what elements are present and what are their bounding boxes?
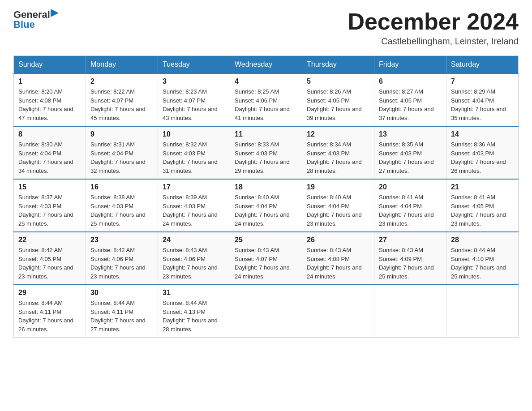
day-number: 24 — [163, 236, 225, 244]
day-number: 27 — [379, 236, 442, 244]
day-info: Sunrise: 8:39 AMSunset: 4:03 PMDaylight:… — [163, 194, 218, 227]
calendar-day-cell: 21 Sunrise: 8:41 AMSunset: 4:05 PMDaylig… — [446, 179, 519, 232]
day-info: Sunrise: 8:29 AMSunset: 4:04 PMDaylight:… — [451, 88, 506, 121]
day-info: Sunrise: 8:42 AMSunset: 4:06 PMDaylight:… — [90, 247, 146, 280]
day-number: 21 — [451, 183, 514, 191]
calendar-day-cell: 6 Sunrise: 8:27 AMSunset: 4:05 PMDayligh… — [374, 73, 446, 126]
day-number: 12 — [307, 130, 369, 138]
day-number: 31 — [163, 289, 225, 297]
col-tuesday: Tuesday — [158, 56, 230, 74]
day-number: 9 — [90, 130, 153, 138]
calendar-day-cell: 22 Sunrise: 8:42 AMSunset: 4:05 PMDaylig… — [14, 232, 86, 285]
logo-arrow-icon — [51, 8, 60, 18]
day-info: Sunrise: 8:36 AMSunset: 4:03 PMDaylight:… — [451, 141, 506, 174]
calendar-day-cell: 9 Sunrise: 8:31 AMSunset: 4:04 PMDayligh… — [86, 126, 158, 179]
day-info: Sunrise: 8:43 AMSunset: 4:09 PMDaylight:… — [379, 247, 434, 280]
calendar-day-cell: 11 Sunrise: 8:33 AMSunset: 4:03 PMDaylig… — [230, 126, 302, 179]
day-number: 10 — [163, 130, 225, 138]
day-number: 4 — [235, 77, 297, 86]
calendar-day-cell: 27 Sunrise: 8:43 AMSunset: 4:09 PMDaylig… — [374, 232, 446, 285]
calendar-day-cell: 8 Sunrise: 8:30 AMSunset: 4:04 PMDayligh… — [14, 126, 86, 179]
calendar-day-cell: 29 Sunrise: 8:44 AMSunset: 4:11 PMDaylig… — [14, 285, 86, 338]
calendar-day-cell: 10 Sunrise: 8:32 AMSunset: 4:03 PMDaylig… — [158, 126, 230, 179]
calendar-day-cell: 25 Sunrise: 8:43 AMSunset: 4:07 PMDaylig… — [230, 232, 302, 285]
day-number: 6 — [379, 77, 442, 86]
day-info: Sunrise: 8:43 AMSunset: 4:06 PMDaylight:… — [163, 247, 218, 280]
day-info: Sunrise: 8:31 AMSunset: 4:04 PMDaylight:… — [90, 141, 146, 174]
day-info: Sunrise: 8:30 AMSunset: 4:04 PMDaylight:… — [18, 141, 73, 174]
day-number: 3 — [163, 77, 225, 86]
day-info: Sunrise: 8:33 AMSunset: 4:03 PMDaylight:… — [235, 141, 290, 174]
header-row: Sunday Monday Tuesday Wednesday Thursday… — [14, 56, 519, 74]
calendar-week-row: 8 Sunrise: 8:30 AMSunset: 4:04 PMDayligh… — [14, 126, 519, 179]
calendar-day-cell: 3 Sunrise: 8:23 AMSunset: 4:07 PMDayligh… — [158, 73, 230, 126]
calendar-day-cell: 15 Sunrise: 8:37 AMSunset: 4:03 PMDaylig… — [14, 179, 86, 232]
calendar-body: 1 Sunrise: 8:20 AMSunset: 4:08 PMDayligh… — [14, 73, 519, 338]
day-info: Sunrise: 8:43 AMSunset: 4:08 PMDaylight:… — [307, 247, 362, 280]
calendar-day-cell: 2 Sunrise: 8:22 AMSunset: 4:07 PMDayligh… — [86, 73, 158, 126]
day-info: Sunrise: 8:43 AMSunset: 4:07 PMDaylight:… — [235, 247, 290, 280]
day-info: Sunrise: 8:44 AMSunset: 4:11 PMDaylight:… — [90, 300, 146, 333]
col-friday: Friday — [374, 56, 446, 74]
calendar-day-cell: 17 Sunrise: 8:39 AMSunset: 4:03 PMDaylig… — [158, 179, 230, 232]
calendar-day-cell: 1 Sunrise: 8:20 AMSunset: 4:08 PMDayligh… — [14, 73, 86, 126]
calendar-day-cell: 7 Sunrise: 8:29 AMSunset: 4:04 PMDayligh… — [446, 73, 519, 126]
calendar-header: Sunday Monday Tuesday Wednesday Thursday… — [14, 56, 519, 74]
calendar-day-cell: 26 Sunrise: 8:43 AMSunset: 4:08 PMDaylig… — [302, 232, 374, 285]
calendar-day-cell: 14 Sunrise: 8:36 AMSunset: 4:03 PMDaylig… — [446, 126, 519, 179]
day-info: Sunrise: 8:41 AMSunset: 4:04 PMDaylight:… — [379, 194, 434, 227]
calendar-day-cell: 31 Sunrise: 8:44 AMSunset: 4:13 PMDaylig… — [158, 285, 230, 338]
calendar-day-cell: 4 Sunrise: 8:25 AMSunset: 4:06 PMDayligh… — [230, 73, 302, 126]
calendar-day-cell — [446, 285, 519, 338]
calendar-week-row: 15 Sunrise: 8:37 AMSunset: 4:03 PMDaylig… — [14, 179, 519, 232]
col-thursday: Thursday — [302, 56, 374, 74]
day-number: 23 — [90, 236, 153, 244]
calendar-day-cell: 28 Sunrise: 8:44 AMSunset: 4:10 PMDaylig… — [446, 232, 519, 285]
day-number: 7 — [451, 77, 514, 86]
day-info: Sunrise: 8:20 AMSunset: 4:08 PMDaylight:… — [18, 88, 73, 121]
day-info: Sunrise: 8:44 AMSunset: 4:13 PMDaylight:… — [163, 300, 218, 333]
day-info: Sunrise: 8:44 AMSunset: 4:10 PMDaylight:… — [451, 247, 506, 280]
calendar-day-cell: 19 Sunrise: 8:40 AMSunset: 4:04 PMDaylig… — [302, 179, 374, 232]
day-info: Sunrise: 8:32 AMSunset: 4:03 PMDaylight:… — [163, 141, 218, 174]
day-number: 26 — [307, 236, 369, 244]
day-number: 11 — [235, 130, 297, 138]
calendar-day-cell: 5 Sunrise: 8:26 AMSunset: 4:05 PMDayligh… — [302, 73, 374, 126]
day-number: 19 — [307, 183, 369, 191]
day-number: 30 — [90, 289, 153, 297]
month-title: December 2024 — [348, 9, 519, 34]
day-info: Sunrise: 8:35 AMSunset: 4:03 PMDaylight:… — [379, 141, 434, 174]
day-info: Sunrise: 8:34 AMSunset: 4:03 PMDaylight:… — [307, 141, 362, 174]
day-info: Sunrise: 8:38 AMSunset: 4:03 PMDaylight:… — [90, 194, 146, 227]
day-number: 8 — [18, 130, 81, 138]
calendar-day-cell: 12 Sunrise: 8:34 AMSunset: 4:03 PMDaylig… — [302, 126, 374, 179]
day-number: 13 — [379, 130, 442, 138]
logo: General Blue — [13, 9, 60, 30]
day-number: 15 — [18, 183, 81, 191]
calendar-day-cell: 18 Sunrise: 8:40 AMSunset: 4:04 PMDaylig… — [230, 179, 302, 232]
calendar-day-cell — [374, 285, 446, 338]
day-info: Sunrise: 8:41 AMSunset: 4:05 PMDaylight:… — [451, 194, 506, 227]
calendar-day-cell: 16 Sunrise: 8:38 AMSunset: 4:03 PMDaylig… — [86, 179, 158, 232]
day-number: 16 — [90, 183, 153, 191]
calendar-day-cell: 24 Sunrise: 8:43 AMSunset: 4:06 PMDaylig… — [158, 232, 230, 285]
col-sunday: Sunday — [14, 56, 86, 74]
col-monday: Monday — [86, 56, 158, 74]
calendar-day-cell: 13 Sunrise: 8:35 AMSunset: 4:03 PMDaylig… — [374, 126, 446, 179]
day-info: Sunrise: 8:40 AMSunset: 4:04 PMDaylight:… — [307, 194, 362, 227]
day-number: 29 — [18, 289, 81, 297]
day-info: Sunrise: 8:25 AMSunset: 4:06 PMDaylight:… — [235, 88, 290, 121]
day-number: 17 — [163, 183, 225, 191]
calendar-week-row: 1 Sunrise: 8:20 AMSunset: 4:08 PMDayligh… — [14, 73, 519, 126]
calendar-day-cell: 23 Sunrise: 8:42 AMSunset: 4:06 PMDaylig… — [86, 232, 158, 285]
day-info: Sunrise: 8:26 AMSunset: 4:05 PMDaylight:… — [307, 88, 362, 121]
calendar-day-cell — [230, 285, 302, 338]
title-section: December 2024 Castlebellingham, Leinster… — [348, 9, 519, 47]
calendar-day-cell: 30 Sunrise: 8:44 AMSunset: 4:11 PMDaylig… — [86, 285, 158, 338]
day-number: 1 — [18, 77, 81, 86]
day-number: 22 — [18, 236, 81, 244]
day-number: 18 — [235, 183, 297, 191]
svg-marker-0 — [51, 9, 59, 17]
page-header: General Blue December 2024 Castlebelling… — [13, 9, 519, 47]
day-number: 25 — [235, 236, 297, 244]
